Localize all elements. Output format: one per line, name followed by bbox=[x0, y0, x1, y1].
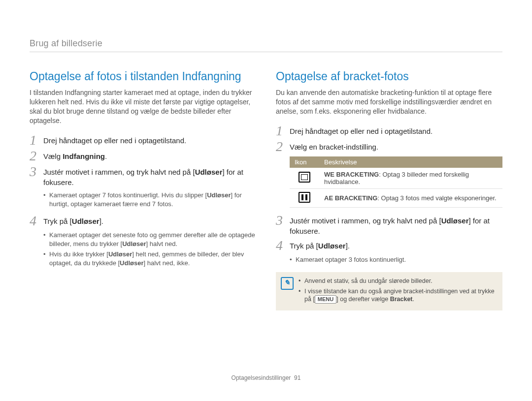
step-number: 2 bbox=[276, 140, 290, 154]
step-number: 3 bbox=[30, 165, 43, 179]
footer: Optagelsesindstillinger 91 bbox=[0, 374, 532, 381]
text: ]. bbox=[346, 242, 350, 250]
text: ] halvt ned, ikke. bbox=[144, 259, 190, 267]
note-item: Anvend et stativ, så du undgår slørede b… bbox=[299, 277, 496, 285]
bullet: Hvis du ikke trykker [Udløser] helt ned,… bbox=[43, 250, 256, 267]
step-number: 1 bbox=[276, 124, 290, 138]
text: Justér motivet i rammen, og tryk halvt n… bbox=[290, 216, 441, 225]
text: . bbox=[105, 152, 107, 160]
note-box: ✎ Anvend et stativ, så du undgår slørede… bbox=[276, 272, 502, 311]
text: Tryk på [ bbox=[43, 217, 72, 225]
step-text: Vælg en bracket-indstilling. bbox=[290, 141, 502, 153]
cell-desc: WE BRACKETING: Optag 3 billeder med fors… bbox=[319, 168, 502, 189]
note-list: Anvend et stativ, så du undgår slørede b… bbox=[299, 277, 496, 306]
text-bold: Udløser bbox=[120, 259, 143, 267]
text: ] og derefter vælge bbox=[336, 296, 390, 303]
note-icon: ✎ bbox=[281, 277, 294, 290]
step-number: 1 bbox=[30, 133, 43, 147]
note-item: I visse tilstande kan du også angive bra… bbox=[299, 287, 496, 304]
text-bold: AE BRACKETING bbox=[324, 194, 377, 202]
breadcrumb: Brug af billedserie bbox=[30, 38, 502, 52]
left-column: Optagelse af fotos i tilstanden Indfangn… bbox=[30, 70, 256, 310]
left-step-1: 1 Drej håndtaget op eller ned i optageti… bbox=[30, 134, 256, 147]
text: . bbox=[413, 296, 414, 303]
step-number: 3 bbox=[276, 214, 290, 227]
bullet: Kameraet optager 3 fotos kontinuerligt. bbox=[290, 255, 502, 264]
text: ] halvt ned. bbox=[146, 240, 178, 247]
step-number: 4 bbox=[30, 214, 43, 228]
text: Hvis du ikke trykker [ bbox=[49, 250, 108, 258]
text-bold: Udløser bbox=[122, 240, 146, 247]
right-step-4-bullets: Kameraet optager 3 fotos kontinuerligt. bbox=[290, 255, 502, 264]
left-step-2: 2 Vælg Indfangning. bbox=[30, 150, 256, 163]
text-bold: Indfangning bbox=[63, 152, 105, 160]
step-text: Vælg Indfangning. bbox=[43, 150, 256, 162]
page-number: 91 bbox=[294, 374, 300, 381]
th-desc: Beskrivelse bbox=[319, 156, 502, 168]
text-bold: Udløser bbox=[207, 191, 231, 199]
table-row: AE BRACKETING: Optag 3 fotos med valgte … bbox=[290, 188, 502, 207]
text-bold: Udløser bbox=[195, 168, 223, 176]
bullet: Kameraet optager det seneste foto og gem… bbox=[43, 231, 256, 248]
text: Justér motivet i rammen, og tryk halvt n… bbox=[43, 168, 195, 176]
text: Kameraet optager 7 fotos kontinuerligt. … bbox=[49, 191, 207, 199]
left-step-4-bullets: Kameraet optager det seneste foto og gem… bbox=[43, 231, 256, 267]
right-column: Optagelse af bracket-fotos Du kan anvend… bbox=[276, 70, 502, 310]
left-step-3: 3 Justér motivet i rammen, og tryk halvt… bbox=[30, 166, 256, 188]
right-step-4: 4 Tryk på [Udløser]. bbox=[276, 240, 502, 252]
text: Tryk på [ bbox=[290, 242, 318, 250]
text: : Optag 3 fotos med valgte eksponeringer… bbox=[377, 194, 496, 202]
left-step-3-bullets: Kameraet optager 7 fotos kontinuerligt. … bbox=[43, 191, 256, 208]
text-bold: Udløser bbox=[441, 216, 469, 225]
step-number: 4 bbox=[276, 239, 290, 252]
text-bold: Udløser bbox=[318, 242, 346, 250]
text-bold: WE BRACKETING bbox=[324, 171, 379, 178]
right-step-1: 1 Drej håndtaget op eller ned i optageti… bbox=[276, 125, 502, 138]
footer-label: Optagelsesindstillinger bbox=[232, 374, 291, 381]
left-intro: I tilstanden Indfangning starter kamerae… bbox=[30, 88, 256, 125]
table-row: WE BRACKETING: Optag 3 billeder med fors… bbox=[290, 168, 502, 189]
step-text: Tryk på [Udløser]. bbox=[290, 240, 502, 251]
th-icon: Ikon bbox=[290, 156, 319, 168]
left-step-4: 4 Tryk på [Udløser]. bbox=[30, 215, 256, 228]
step-text: Drej håndtaget op eller ned i optagetils… bbox=[290, 125, 502, 137]
text-bold: Bracket bbox=[390, 296, 413, 303]
bracket-table: Ikon Beskrivelse WE BRACKETING: Optag 3 … bbox=[290, 156, 502, 208]
left-heading: Optagelse af fotos i tilstanden Indfangn… bbox=[30, 70, 256, 83]
step-text: Tryk på [Udløser]. bbox=[43, 215, 256, 227]
step-text: Justér motivet i rammen, og tryk halvt n… bbox=[290, 215, 502, 237]
right-heading: Optagelse af bracket-fotos bbox=[276, 70, 502, 83]
step-text: Justér motivet i rammen, og tryk halvt n… bbox=[43, 166, 256, 188]
text: Vælg bbox=[43, 152, 63, 160]
bullet: Kameraet optager 7 fotos kontinuerligt. … bbox=[43, 191, 256, 208]
menu-key: MENU bbox=[315, 295, 336, 304]
cell-desc: AE BRACKETING: Optag 3 fotos med valgte … bbox=[319, 188, 502, 207]
text: ]. bbox=[100, 217, 103, 225]
right-intro: Du kan anvende den automatiske bracketin… bbox=[276, 88, 502, 116]
step-text: Drej håndtaget op eller ned i optagetils… bbox=[43, 134, 256, 146]
right-step-3: 3 Justér motivet i rammen, og tryk halvt… bbox=[276, 215, 502, 237]
ae-bracketing-icon bbox=[290, 188, 319, 207]
we-bracketing-icon bbox=[290, 168, 319, 189]
right-step-2: 2 Vælg en bracket-indstilling. bbox=[276, 141, 502, 154]
text-bold: Udløser bbox=[72, 217, 100, 225]
text-bold: Udløser bbox=[108, 250, 132, 258]
step-number: 2 bbox=[30, 149, 43, 163]
